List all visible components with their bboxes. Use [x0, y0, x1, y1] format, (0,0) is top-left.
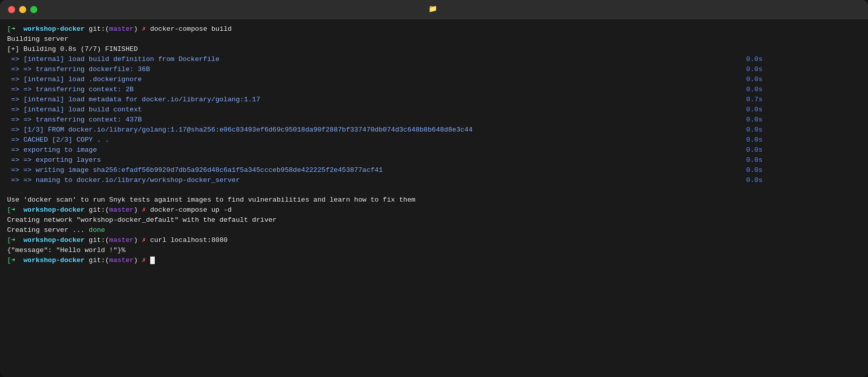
- close-button[interactable]: [8, 6, 15, 13]
- terminal-step-line: => [1/3] FROM docker.io/library/golang:1…: [7, 125, 861, 135]
- terminal-step-line: => => naming to docker.io/library/worksh…: [7, 175, 861, 185]
- terminal-step-line: => CACHED [2/3] COPY . . 0.0s: [7, 135, 861, 145]
- folder-icon: 📁: [428, 4, 437, 14]
- window-title: 📁: [428, 4, 440, 14]
- terminal-step-line: => => transferring dockerfile: 36B 0.0s: [7, 65, 861, 75]
- terminal-blank-line: [7, 185, 861, 196]
- terminal-done-line: Creating server ... done: [7, 225, 861, 235]
- title-bar: 📁: [0, 0, 868, 19]
- terminal-prompt-empty: [➜ workshop-docker git:(master) ✗: [7, 256, 861, 266]
- terminal-step-line: => [internal] load .dockerignore 0.0s: [7, 75, 861, 85]
- terminal-line: [➜ workshop-docker git:(master) ✗ docker…: [7, 205, 861, 215]
- terminal-line: [➜ workshop-docker git:(master) ✗ curl l…: [7, 235, 861, 245]
- terminal-line: [➜ workshop-docker git:(master) ✗ docker…: [7, 24, 861, 34]
- terminal-body[interactable]: [➜ workshop-docker git:(master) ✗ docker…: [0, 19, 868, 377]
- terminal-step-line: => exporting to image 0.0s: [7, 145, 861, 155]
- terminal-plain-line: Building server: [7, 34, 861, 44]
- traffic-lights: [8, 6, 37, 13]
- terminal-plain-line: Use 'docker scan' to run Snyk tests agai…: [7, 195, 861, 205]
- maximize-button[interactable]: [30, 6, 37, 13]
- terminal-step-line: => => transferring context: 437B 0.0s: [7, 115, 861, 125]
- terminal-step-line: => => transferring context: 2B 0.0s: [7, 85, 861, 95]
- terminal-step-line: => [internal] load build context 0.0s: [7, 105, 861, 115]
- terminal-plain-line: {"message": "Hello world !"}%: [7, 245, 861, 256]
- terminal-step-line: => [internal] load build definition from…: [7, 54, 861, 65]
- terminal-step-line: => => writing image sha256:efadf56b9920d…: [7, 165, 861, 175]
- terminal-window: 📁 [➜ workshop-docker git:(master) ✗ dock…: [0, 0, 868, 377]
- terminal-step-line: => => exporting layers 0.0s: [7, 155, 861, 165]
- terminal-plain-line: Creating network "workshop-docker_defaul…: [7, 215, 861, 225]
- terminal-plain-line: [+] Building 0.8s (7/7) FINISHED: [7, 44, 861, 54]
- minimize-button[interactable]: [19, 6, 26, 13]
- terminal-step-line: => [internal] load metadata for docker.i…: [7, 95, 861, 105]
